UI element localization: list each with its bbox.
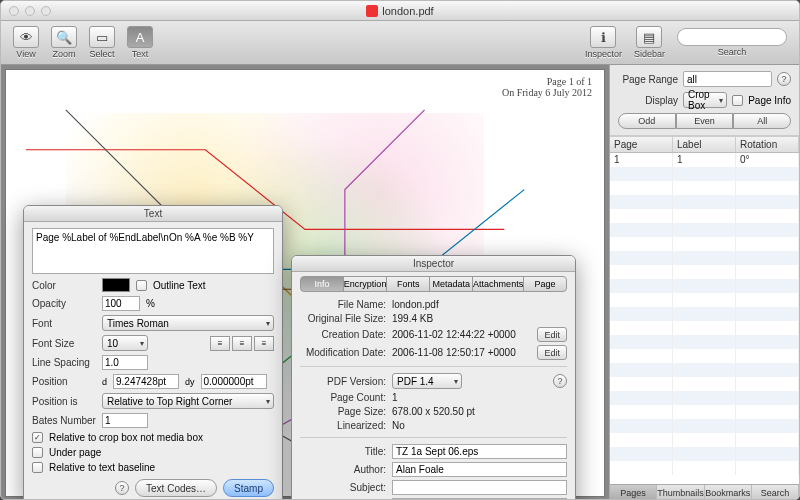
tab-encryption[interactable]: Encryption [343,276,388,292]
toolbar-select[interactable]: ▭ Select [85,26,119,59]
author-label: Author: [300,464,386,475]
stamp-button[interactable]: Stamp [223,479,274,497]
col-label[interactable]: Label [673,137,736,152]
cropbox-checkbox[interactable] [32,432,43,443]
table-row [610,419,799,433]
created-edit-button[interactable]: Edit [537,327,567,342]
toolbar-text-label: Text [132,49,149,59]
seg-even-button[interactable]: Even [676,113,734,129]
toolbar-right: ℹ Inspector ▤ Sidebar Search [581,26,791,59]
tab-search[interactable]: Search [752,485,799,500]
color-swatch[interactable] [102,278,130,292]
page-date-text: On Friday 6 July 2012 [502,87,592,98]
subject-field[interactable] [392,480,567,495]
inspector-tabs: Info Encryption Fonts Metadata Attachmen… [300,276,567,292]
align-left-button[interactable]: ≡ [210,336,230,351]
table-row [610,433,799,447]
subject-label: Subject: [300,482,386,493]
tab-attachments[interactable]: Attachments [472,276,524,292]
col-page[interactable]: Page [610,137,673,152]
modified-label: Modification Date: [300,347,386,358]
bates-field[interactable]: 1 [102,413,148,428]
toolbar-sidebar-label: Sidebar [634,49,665,59]
inspector-panel: Inspector Info Encryption Fonts Metadata… [291,255,576,500]
author-field[interactable]: Alan Foale [392,462,567,477]
table-row [610,363,799,377]
origsize-label: Original File Size: [300,313,386,324]
tab-metadata[interactable]: Metadata [429,276,473,292]
text-codes-button[interactable]: Text Codes… [135,479,217,497]
table-row [610,377,799,391]
toolbar-left: 👁 View 🔍 Zoom ▭ Select A Text [9,26,157,59]
display-label: Display [618,95,678,106]
table-row [610,223,799,237]
modified-edit-button[interactable]: Edit [537,345,567,360]
table-row [610,391,799,405]
pdfver-select[interactable]: PDF 1.4 [392,373,462,389]
table-row [610,349,799,363]
table-row [610,251,799,265]
underpage-checkbox[interactable] [32,447,43,458]
text-panel-title: Text [24,206,282,222]
color-label: Color [32,280,96,291]
page-counter-text: Page 1 of 1 [502,76,592,87]
fontsize-select[interactable]: 10 [102,335,148,351]
table-row[interactable]: 1 1 0° [610,153,799,167]
titlebar: london.pdf [1,1,799,21]
opacity-unit: % [146,298,155,309]
baseline-checkbox[interactable] [32,462,43,473]
text-a-icon: A [127,26,153,48]
tab-thumbnails[interactable]: Thumbnails [657,485,705,500]
toolbar-text[interactable]: A Text [123,26,157,59]
stamp-text-input[interactable] [32,228,274,274]
toolbar-inspector[interactable]: ℹ Inspector [581,26,626,59]
sidebar-icon: ▤ [636,26,662,48]
help-icon[interactable]: ? [115,481,129,495]
page-range-field[interactable]: all [683,71,772,87]
help-icon[interactable]: ? [777,72,791,86]
search-input[interactable] [677,28,787,46]
position-x-field[interactable]: 9.247428pt [113,374,179,389]
display-select[interactable]: Crop Box [683,92,727,108]
toolbar-search: Search [673,26,791,59]
title-field[interactable]: TZ 1a Sept 06.eps [392,444,567,459]
tab-fonts[interactable]: Fonts [386,276,430,292]
table-row [610,307,799,321]
window-title: london.pdf [1,5,799,17]
document-viewport[interactable]: Page 1 of 1 On Friday 6 July 2012 Text C… [1,65,609,500]
positionis-label: Position is [32,396,96,407]
table-row [610,405,799,419]
linespacing-field[interactable]: 1.0 [102,355,148,370]
opacity-field[interactable]: 100 [102,296,140,311]
seg-all-button[interactable]: All [733,113,791,129]
cell-rotation: 0° [736,153,799,167]
pagesize-label: Page Size: [300,406,386,417]
toolbar-zoom[interactable]: 🔍 Zoom [47,26,81,59]
help-icon[interactable]: ? [553,374,567,388]
outline-text-checkbox[interactable] [136,280,147,291]
tab-pages[interactable]: Pages [610,485,657,500]
tab-page[interactable]: Page [523,276,567,292]
pdfver-label: PDF Version: [300,376,386,387]
align-center-button[interactable]: ≡ [232,336,252,351]
align-right-button[interactable]: ≡ [254,336,274,351]
table-row [610,195,799,209]
pageinfo-checkbox[interactable] [732,95,743,106]
toolbar: 👁 View 🔍 Zoom ▭ Select A Text ℹ Inspecto… [1,21,799,65]
font-select[interactable]: Times Roman [102,315,274,331]
table-row [610,293,799,307]
toolbar-sidebar[interactable]: ▤ Sidebar [630,26,669,59]
seg-odd-button[interactable]: Odd [618,113,676,129]
tab-bookmarks[interactable]: Bookmarks [705,485,752,500]
page-header-overlay: Page 1 of 1 On Friday 6 July 2012 [502,76,592,98]
col-rotation[interactable]: Rotation [736,137,799,152]
toolbar-view[interactable]: 👁 View [9,26,43,59]
bates-label: Bates Number [32,415,96,426]
position-y-field[interactable]: 0.000000pt [201,374,267,389]
pages-table-body[interactable]: 1 1 0° [610,153,799,484]
filename-value: london.pdf [392,299,567,310]
pagecount-value: 1 [392,392,567,403]
pagecount-label: Page Count: [300,392,386,403]
tab-info[interactable]: Info [300,276,344,292]
position-anchor-select[interactable]: Relative to Top Right Corner [102,393,274,409]
